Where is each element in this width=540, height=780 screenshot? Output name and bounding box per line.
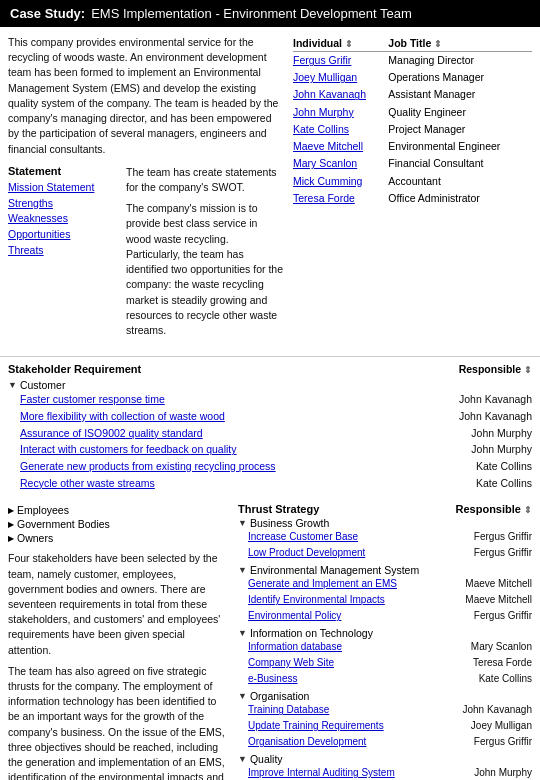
thrust-row: Improve Internal Auditing SystemJohn Mur… xyxy=(238,765,532,780)
thrust-row: Identify Environmental ImpactsMaeve Mitc… xyxy=(238,592,532,608)
opportunities-link[interactable]: Opportunities xyxy=(8,227,118,243)
individual-name[interactable]: Mary Scanlon xyxy=(293,155,388,172)
individual-row: Mary Scanlon Financial Consultant xyxy=(293,155,532,172)
thrust-link[interactable]: Environmental Policy xyxy=(248,609,470,623)
thrust-title: Thrust Strategy xyxy=(238,503,319,515)
individual-row: Fergus Grifir Managing Director xyxy=(293,52,532,70)
stakeholder-header: Stakeholder Requirement Responsible ⇕ xyxy=(8,363,532,375)
individual-col-header[interactable]: Individual ⇕ xyxy=(293,35,388,52)
individual-jobtitle: Assistant Manager xyxy=(388,86,532,103)
stakeholder-group: ▼ CustomerFaster customer response timeJ… xyxy=(8,379,532,491)
thrust-group-header[interactable]: ▼ Quality xyxy=(238,753,532,765)
requirement-link[interactable]: Interact with customers for feedback on … xyxy=(20,442,465,457)
individual-row: Maeve Mitchell Environmental Engineer xyxy=(293,138,532,155)
jobtitle-col-header[interactable]: Job Title ⇕ xyxy=(388,35,532,52)
thrust-row: Environmental PolicyFergus Griffir xyxy=(238,608,532,624)
thrust-link[interactable]: Company Web Site xyxy=(248,656,469,670)
thrust-link[interactable]: Update Training Requirements xyxy=(248,719,467,733)
individual-row: Joey Mulligan Operations Manager xyxy=(293,69,532,86)
requirement-person: Kate Collins xyxy=(470,459,532,474)
thrust-person: Maeve Mitchell xyxy=(461,577,532,591)
thrust-group-header[interactable]: ▼ Business Growth xyxy=(238,517,532,529)
stakeholder-list-item[interactable]: ▶Employees xyxy=(8,503,230,517)
thrust-link[interactable]: e-Business xyxy=(248,672,475,686)
individual-name[interactable]: Fergus Grifir xyxy=(293,52,388,70)
thrust-link[interactable]: Increase Customer Base xyxy=(248,530,470,544)
individual-jobtitle: Quality Engineer xyxy=(388,104,532,121)
individual-row: Mick Cumming Accountant xyxy=(293,173,532,190)
expand-icon: ▼ xyxy=(238,518,247,528)
individual-name[interactable]: John Murphy xyxy=(293,104,388,121)
requirement-link[interactable]: Assurance of ISO9002 quality standard xyxy=(20,426,465,441)
stakeholder-section: Stakeholder Requirement Responsible ⇕ ▼ … xyxy=(0,356,540,499)
stakeholder-list-item[interactable]: ▶Government Bodies xyxy=(8,517,230,531)
intro-text: This company provides environmental serv… xyxy=(8,35,285,157)
requirement-person: John Murphy xyxy=(465,426,532,441)
thrust-group: ▼ Environmental Management SystemGenerat… xyxy=(238,564,532,624)
thrust-group: ▼ QualityImprove Internal Auditing Syste… xyxy=(238,753,532,780)
thrust-row: Company Web SiteTeresa Forde xyxy=(238,655,532,671)
requirement-row: Recycle other waste streamsKate Collins xyxy=(8,475,532,492)
requirement-row: Generate new products from existing recy… xyxy=(8,458,532,475)
individual-jobtitle: Financial Consultant xyxy=(388,155,532,172)
jobtitle-sort-icon: ⇕ xyxy=(434,39,442,49)
individual-name[interactable]: Mick Cumming xyxy=(293,173,388,190)
individual-row: John Murphy Quality Engineer xyxy=(293,104,532,121)
thrust-person: John Kavanagh xyxy=(458,703,532,717)
individual-table-container: Individual ⇕ Job Title ⇕ Fergus Grifir M… xyxy=(293,35,532,352)
individual-name[interactable]: Teresa Forde xyxy=(293,190,388,207)
individual-sort-icon: ⇕ xyxy=(345,39,353,49)
stakeholder-list-item[interactable]: ▶Owners xyxy=(8,531,230,545)
requirement-link[interactable]: Faster customer response time xyxy=(20,392,453,407)
requirement-link[interactable]: More flexibility with collection of wast… xyxy=(20,409,453,424)
individual-table: Individual ⇕ Job Title ⇕ Fergus Grifir M… xyxy=(293,35,532,207)
individual-jobtitle: Accountant xyxy=(388,173,532,190)
thrust-group-header[interactable]: ▼ Information on Technology xyxy=(238,627,532,639)
thrust-responsible-label: Responsible ⇕ xyxy=(456,503,532,515)
weaknesses-link[interactable]: Weaknesses xyxy=(8,211,118,227)
thrust-group-header[interactable]: ▼ Organisation xyxy=(238,690,532,702)
thrust-link[interactable]: Organisation Development xyxy=(248,735,470,749)
thrust-row: Organisation DevelopmentFergus Griffir xyxy=(238,734,532,750)
individual-name[interactable]: Kate Collins xyxy=(293,121,388,138)
thrust-sort-icon: ⇕ xyxy=(524,505,532,515)
thrust-link[interactable]: Improve Internal Auditing System xyxy=(248,766,470,780)
thrust-group: ▼ Information on TechnologyInformation d… xyxy=(238,627,532,687)
threats-link[interactable]: Threats xyxy=(8,243,118,259)
individual-jobtitle: Office Administrator xyxy=(388,190,532,207)
statement-right: The team has create statements for the c… xyxy=(126,165,285,344)
strengths-link[interactable]: Strengths xyxy=(8,196,118,212)
bottom-text1: Four stakeholders have been selected by … xyxy=(8,551,230,780)
statement-section: Statement Mission Statement Strengths We… xyxy=(8,165,285,344)
thrust-group-header[interactable]: ▼ Environmental Management System xyxy=(238,564,532,576)
thrust-row: e-BusinessKate Collins xyxy=(238,671,532,687)
requirement-link[interactable]: Recycle other waste streams xyxy=(20,476,470,491)
thrust-group-name: Organisation xyxy=(250,690,310,702)
thrust-person: Fergus Griffir xyxy=(470,546,532,560)
header-case-label: Case Study: xyxy=(10,6,85,21)
expand-icon: ▼ xyxy=(238,691,247,701)
requirement-person: Kate Collins xyxy=(470,476,532,491)
requirement-link[interactable]: Generate new products from existing recy… xyxy=(20,459,470,474)
mission-statement-link[interactable]: Mission Statement xyxy=(8,180,118,196)
statement-links: Mission Statement Strengths Weaknesses O… xyxy=(8,180,118,259)
thrust-group-name: Environmental Management System xyxy=(250,564,419,576)
individual-name[interactable]: Maeve Mitchell xyxy=(293,138,388,155)
group-name: Customer xyxy=(20,379,66,391)
individual-name[interactable]: Joey Mulligan xyxy=(293,69,388,86)
individual-jobtitle: Operations Manager xyxy=(388,69,532,86)
requirement-row: More flexibility with collection of wast… xyxy=(8,408,532,425)
thrust-link[interactable]: Identify Environmental Impacts xyxy=(248,593,461,607)
stakeholder-item-label: Employees xyxy=(17,504,69,516)
expand-icon: ▶ xyxy=(8,534,14,543)
individual-jobtitle: Environmental Engineer xyxy=(388,138,532,155)
thrust-link[interactable]: Generate and Implement an EMS xyxy=(248,577,461,591)
thrust-link[interactable]: Low Product Development xyxy=(248,546,470,560)
bottom-section: ▶Employees▶Government Bodies▶Owners Four… xyxy=(0,499,540,780)
stakeholder-responsible-label: Responsible ⇕ xyxy=(459,363,532,375)
thrust-link[interactable]: Training Database xyxy=(248,703,458,717)
individual-name[interactable]: John Kavanagh xyxy=(293,86,388,103)
group-header[interactable]: ▼ Customer xyxy=(8,379,532,391)
expand-icon: ▼ xyxy=(238,565,247,575)
thrust-link[interactable]: Information database xyxy=(248,640,467,654)
